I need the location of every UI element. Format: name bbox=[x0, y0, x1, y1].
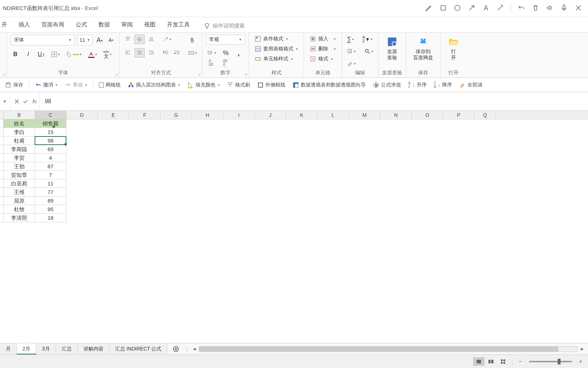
autosum-button[interactable]: ∑▾ bbox=[345, 35, 355, 44]
zoom-in-button[interactable]: + bbox=[577, 358, 584, 365]
scroll-right-button[interactable]: ► bbox=[580, 346, 584, 352]
circle-icon[interactable] bbox=[453, 4, 461, 13]
qb-hierarchy[interactable]: 插入层次结构图表▾ bbox=[125, 80, 183, 90]
column-header-F[interactable]: F bbox=[129, 111, 161, 119]
cell[interactable]: 李清照 bbox=[4, 214, 35, 222]
tab-data[interactable]: 数据 bbox=[93, 18, 115, 32]
comma-button[interactable]: , bbox=[234, 48, 243, 58]
cell[interactable]: 李白 bbox=[4, 128, 35, 136]
column-header-Q[interactable]: Q bbox=[475, 111, 496, 119]
cell[interactable]: 15 bbox=[35, 128, 66, 136]
cell[interactable]: 白居易 bbox=[4, 179, 35, 188]
indent-dec-button[interactable] bbox=[161, 48, 170, 58]
sheet-tab[interactable]: 3月 bbox=[36, 343, 56, 354]
column-header-K[interactable]: K bbox=[286, 111, 318, 119]
cell[interactable]: 李贺 bbox=[4, 154, 35, 162]
sheet-tab[interactable]: 汇总 bbox=[56, 343, 78, 354]
qb-sort-asc[interactable]: AZ↓升序 bbox=[405, 80, 430, 90]
zoom-out-button[interactable]: − bbox=[516, 358, 524, 365]
arrow-icon[interactable] bbox=[468, 4, 476, 13]
square-icon[interactable] bbox=[439, 4, 447, 13]
open-button[interactable]: 打开 bbox=[444, 35, 463, 62]
normal-view-button[interactable] bbox=[473, 357, 485, 366]
page-break-button[interactable] bbox=[497, 357, 509, 366]
spreadsheet-grid[interactable]: BCDEFGHIJKLMNOPQ 姓名销售额李白15杜甫98李商隐69李贺4王勃… bbox=[0, 111, 588, 269]
column-header-H[interactable]: H bbox=[192, 111, 223, 119]
qb-fill[interactable]: 填充颜色▾ bbox=[184, 80, 223, 90]
insert-cells-button[interactable]: 插入▾ bbox=[308, 35, 338, 43]
add-sheet-button[interactable] bbox=[171, 344, 181, 354]
undo-icon[interactable] bbox=[517, 4, 525, 13]
align-left-button[interactable] bbox=[123, 48, 132, 58]
currency-button[interactable]: ▾ bbox=[206, 48, 218, 58]
decimal-inc-button[interactable]: .0.00← bbox=[206, 60, 215, 69]
horizontal-scrollbar[interactable] bbox=[199, 346, 578, 352]
baidu-save-button[interactable]: 保存到百度网盘 bbox=[410, 35, 437, 62]
delete-icon[interactable] bbox=[532, 4, 539, 13]
merge-button[interactable]: ▾ bbox=[187, 48, 198, 58]
cell[interactable]: 69 bbox=[35, 145, 66, 154]
table-format-button[interactable]: 套用表格格式▾ bbox=[253, 45, 300, 53]
tab-review[interactable]: 审阅 bbox=[116, 18, 138, 32]
scroll-left-button[interactable]: ◄ bbox=[192, 346, 197, 352]
align-top-button[interactable] bbox=[123, 35, 132, 44]
italic-button[interactable]: I bbox=[24, 50, 33, 59]
qb-painter[interactable]: 格式刷 bbox=[224, 80, 253, 90]
cell[interactable]: 王勃 bbox=[4, 162, 35, 171]
volume-icon[interactable] bbox=[546, 4, 554, 13]
decimal-dec-button[interactable]: .00.0→ bbox=[220, 60, 229, 69]
text-icon[interactable] bbox=[482, 4, 490, 13]
column-header-C[interactable]: C bbox=[35, 111, 66, 119]
align-center-button[interactable] bbox=[135, 48, 145, 58]
column-header-I[interactable]: I bbox=[223, 111, 255, 119]
cell[interactable]: 87 bbox=[35, 162, 66, 171]
header-cell[interactable]: 销售额 bbox=[35, 119, 66, 128]
cell[interactable]: 杜牧 bbox=[4, 205, 35, 214]
column-header-M[interactable]: M bbox=[349, 111, 380, 119]
column-header-P[interactable]: P bbox=[443, 111, 475, 119]
cancel-formula-button[interactable] bbox=[12, 97, 21, 106]
orientation-button[interactable]: ▾ bbox=[161, 35, 173, 44]
sort-button[interactable]: AZ▼▾ bbox=[361, 35, 374, 44]
qb-outside-border[interactable]: 外侧框线 bbox=[254, 80, 288, 90]
conditional-format-button[interactable]: 条件格式▾ bbox=[253, 35, 300, 43]
formula-input[interactable]: 98 bbox=[40, 92, 588, 110]
column-header-O[interactable]: O bbox=[412, 111, 443, 119]
fill-button[interactable]: ▾ bbox=[345, 47, 357, 56]
sheet-tab[interactable]: 2月 bbox=[17, 343, 36, 354]
qb-pivot[interactable]: 数据透视表和数据透视图向导 bbox=[290, 80, 369, 90]
qb-save[interactable]: 保存 bbox=[2, 80, 26, 90]
number-launcher[interactable]: ⤢ bbox=[245, 73, 248, 76]
tab-layout[interactable]: 页面布局 bbox=[36, 18, 69, 32]
column-header-E[interactable]: E bbox=[98, 111, 129, 119]
cell[interactable]: 77 bbox=[35, 188, 66, 197]
number-format-select[interactable]: 常规▼ bbox=[206, 35, 245, 45]
cell[interactable]: 98 bbox=[35, 136, 66, 145]
column-header-D[interactable]: D bbox=[66, 111, 98, 119]
clipboard-launcher[interactable]: ⤢ bbox=[3, 73, 6, 76]
edit-icon[interactable] bbox=[425, 4, 433, 13]
font-color-button[interactable]: A▾ bbox=[87, 50, 98, 59]
cell[interactable]: 李商隐 bbox=[4, 145, 35, 154]
column-header-G[interactable]: G bbox=[161, 111, 192, 119]
shrink-font-button[interactable]: A▾ bbox=[106, 35, 116, 45]
cell[interactable]: 贺知章 bbox=[4, 171, 35, 179]
cell-style-button[interactable]: 单元格样式▾ bbox=[253, 55, 300, 63]
align-right-button[interactable] bbox=[147, 48, 156, 58]
tab-insert[interactable]: 插入 bbox=[14, 18, 35, 32]
cell[interactable]: 王维 bbox=[4, 188, 35, 197]
fx-button[interactable]: fx bbox=[30, 98, 40, 104]
column-header-L[interactable]: L bbox=[318, 111, 349, 119]
sheet-tab[interactable]: 汇总 INDIRECT 公式 bbox=[110, 343, 168, 354]
name-box-dropdown[interactable]: ▾ bbox=[1, 99, 8, 104]
tab-formula[interactable]: 公式 bbox=[71, 18, 92, 32]
cell[interactable]: 4 bbox=[35, 154, 66, 162]
column-header-J[interactable]: J bbox=[255, 111, 286, 119]
pinyin-button[interactable]: wén文▾ bbox=[102, 50, 113, 59]
font-launcher[interactable]: ⤢ bbox=[115, 73, 118, 76]
page-layout-button[interactable] bbox=[485, 357, 497, 366]
qb-redo[interactable]: 重做▾ bbox=[62, 80, 90, 90]
sheet-tab[interactable]: 讲解内容 bbox=[78, 343, 110, 354]
confirm-formula-button[interactable] bbox=[21, 97, 30, 106]
find-button[interactable]: ▾ bbox=[363, 47, 375, 56]
